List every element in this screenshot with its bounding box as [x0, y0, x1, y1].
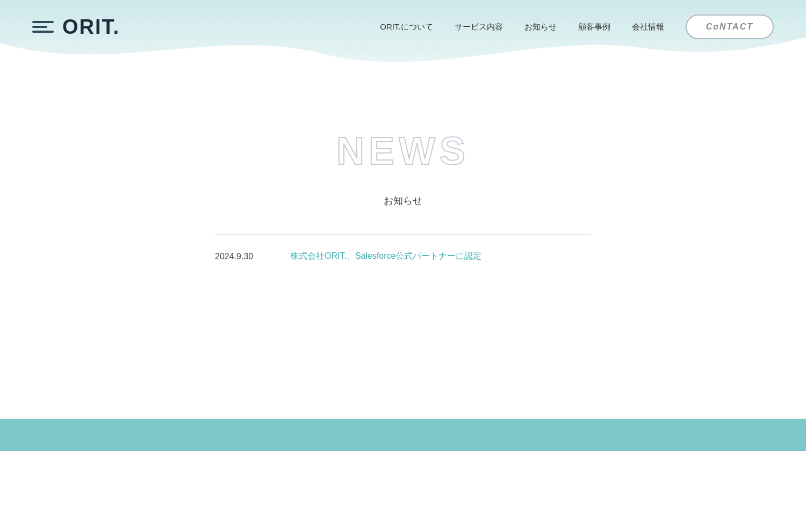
news-heading: NEWS — [336, 129, 470, 173]
news-subtitle: お知らせ — [384, 194, 422, 207]
nav-cases[interactable]: 顧客事例 — [578, 22, 610, 32]
logo-line-3 — [32, 31, 54, 33]
divider — [215, 234, 591, 235]
header: ORIT. ORIT.について サービス内容 お知らせ 顧客事例 会社情報 Co… — [0, 0, 806, 54]
footer-bar — [0, 419, 806, 451]
nav-news[interactable]: お知らせ — [524, 22, 557, 32]
logo-icon — [32, 14, 58, 40]
news-date: 2024.9.30 — [215, 252, 269, 261]
nav-company[interactable]: 会社情報 — [632, 22, 664, 32]
main-nav: ORIT.について サービス内容 お知らせ 顧客事例 会社情報 CoNTACT — [380, 14, 774, 39]
logo-text: ORIT. — [62, 16, 120, 39]
contact-button[interactable]: CoNTACT — [686, 14, 774, 39]
logo-area: ORIT. — [32, 14, 120, 40]
logo-line-1 — [32, 21, 54, 23]
logo-line-2 — [32, 26, 47, 28]
nav-services[interactable]: サービス内容 — [455, 22, 503, 32]
main-content: NEWS お知らせ 2024.9.30 株式会社ORIT.、Salesforce… — [0, 97, 806, 419]
news-link[interactable]: 株式会社ORIT.、Salesforce公式パートナーに認定 — [290, 251, 481, 262]
news-item: 2024.9.30 株式会社ORIT.、Salesforce公式パートナーに認定 — [215, 251, 591, 262]
nav-about[interactable]: ORIT.について — [380, 22, 433, 32]
